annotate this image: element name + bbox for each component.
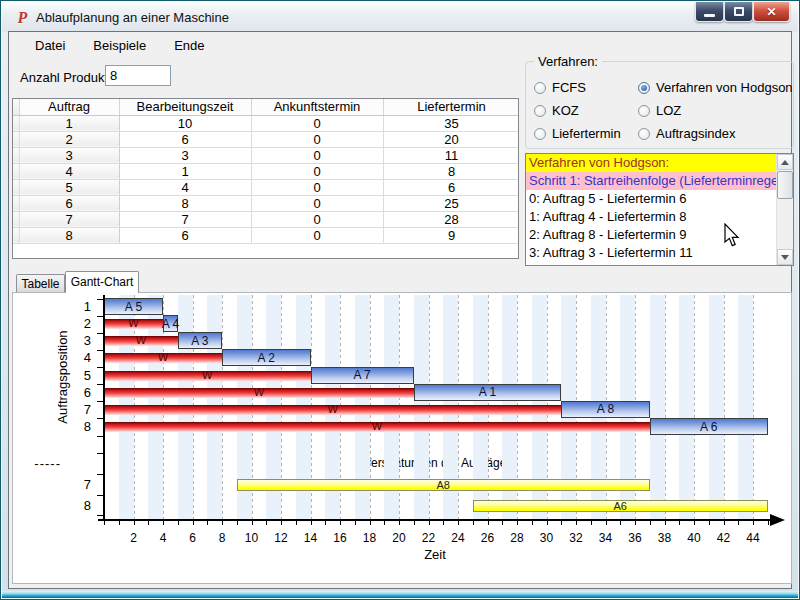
table-cell[interactable]: 6 [383,179,519,195]
wait-bar-label: W [251,386,267,398]
y-tick [97,316,104,317]
table-cell[interactable]: 8 [383,163,519,179]
column-header-auftrag[interactable]: Auftrag [19,99,119,115]
column-header-liefertermin[interactable]: Liefertermin [383,99,519,115]
radio-verfahren-von-hodgson[interactable]: Verfahren von Hodgson [638,80,793,95]
y-axis-line [103,295,105,521]
scroll-up-button[interactable] [777,154,793,170]
mouse-cursor [723,223,741,249]
x-tick [355,521,356,525]
x-axis-line [98,519,771,521]
x-tick-label: 34 [596,531,616,545]
wait-bar-label: W [325,403,341,415]
x-tick-label: 30 [537,531,557,545]
table-cell[interactable]: 11 [383,147,519,163]
title-bar[interactable]: P Ablaufplanung an einer Maschine ✕ [2,2,798,32]
table-cell[interactable]: 6 [119,131,251,147]
maximize-button[interactable] [724,2,753,22]
x-tick [738,521,739,525]
row-header-cell[interactable]: 3 [19,147,119,163]
x-tick [119,521,120,525]
x-tick [148,521,149,525]
table-cell[interactable]: 1 [119,163,251,179]
table-row: 5406 [13,179,519,195]
log-item[interactable]: Verfahren von Hodgson: [526,154,776,172]
row-header-cell[interactable]: 6 [19,195,119,211]
radio-liefertermin[interactable]: Liefertermin [534,126,638,141]
radio-icon [638,82,650,94]
x-tick [502,521,503,525]
y-tick [97,436,104,437]
job-bar: A 3 [178,332,222,349]
row-header-cell[interactable]: 4 [19,163,119,179]
close-icon: ✕ [766,5,776,19]
log-scrollbar[interactable] [776,154,793,265]
table-cell[interactable]: 0 [251,211,383,227]
menu-bar: DateiBeispieleEnde [9,32,791,58]
log-item[interactable]: 4: Auftrag 2 - Liefertermin 20 [526,262,776,265]
x-tick [724,521,725,525]
x-tick [266,521,267,525]
table-cell[interactable]: 35 [383,115,519,131]
radio-label: KOZ [552,103,579,118]
row-header-cell[interactable]: 5 [19,179,119,195]
arrow-up-icon [781,160,789,165]
tab-gantt-chart[interactable]: Gantt-Chart [65,271,139,293]
wait-bar-label: W [155,351,171,363]
row-header-cell[interactable]: 1 [19,115,119,131]
jobs-table: AuftragBearbeitungszeitAnkunftsterminLie… [12,98,519,259]
column-header-ankunftstermin[interactable]: Ankunftstermin [251,99,383,115]
position-label: 7 [61,477,91,492]
x-tick-label: 18 [360,531,380,545]
maximize-icon [734,7,744,16]
scroll-down-button[interactable] [777,249,793,265]
x-tick-label: 12 [271,531,291,545]
radio-auftragsindex[interactable]: Auftragsindex [638,126,793,141]
row-header-cell[interactable]: 8 [19,227,119,243]
radio-fcfs[interactable]: FCFS [534,80,638,95]
radio-koz[interactable]: KOZ [534,103,638,118]
table-cell[interactable]: 6 [119,227,251,243]
close-button[interactable]: ✕ [753,2,790,22]
table-cell[interactable]: 0 [251,227,383,243]
chart-stripe [650,295,665,519]
radio-loz[interactable]: LOZ [638,103,793,118]
tab-tabelle[interactable]: Tabelle [16,274,65,292]
table-cell[interactable]: 20 [383,131,519,147]
table-cell[interactable]: 0 [251,147,383,163]
table-cell[interactable]: 3 [119,147,251,163]
table-cell[interactable]: 8 [119,195,251,211]
y-tick [97,333,104,334]
x-tick [370,521,371,525]
table-cell[interactable]: 4 [119,179,251,195]
table-cell[interactable]: 25 [383,195,519,211]
x-tick [222,521,223,525]
table-cell[interactable]: 0 [251,195,383,211]
minimize-button[interactable] [695,2,724,22]
x-tick [458,521,459,525]
table-cell[interactable]: 0 [251,115,383,131]
anzahl-produkte-input[interactable] [105,65,171,86]
menu-item-beispiele[interactable]: Beispiele [79,34,160,57]
table-cell[interactable]: 0 [251,131,383,147]
table-cell[interactable]: 10 [119,115,251,131]
job-bar: A 8 [561,401,650,418]
log-item[interactable]: Schritt 1: Startreihenfolge (Liefertermi… [526,172,776,190]
table-cell[interactable]: 0 [251,163,383,179]
table-cell[interactable]: 7 [119,211,251,227]
menu-item-ende[interactable]: Ende [160,34,218,57]
menu-item-datei[interactable]: Datei [21,34,79,57]
x-tick-label: 44 [743,531,763,545]
column-header-bearbeitungszeit[interactable]: Bearbeitungszeit [119,99,251,115]
row-header-cell[interactable]: 7 [19,211,119,227]
log-item[interactable]: 0: Auftrag 5 - Liefertermin 6 [526,190,776,208]
scrollbar-thumb[interactable] [777,171,793,199]
x-tick-label: 38 [655,531,675,545]
radio-icon [638,105,650,117]
row-header-cell[interactable]: 2 [19,131,119,147]
separator-label: ----- [31,456,61,471]
table-cell[interactable]: 9 [383,227,519,243]
x-tick [679,521,680,525]
table-cell[interactable]: 0 [251,179,383,195]
table-cell[interactable]: 28 [383,211,519,227]
